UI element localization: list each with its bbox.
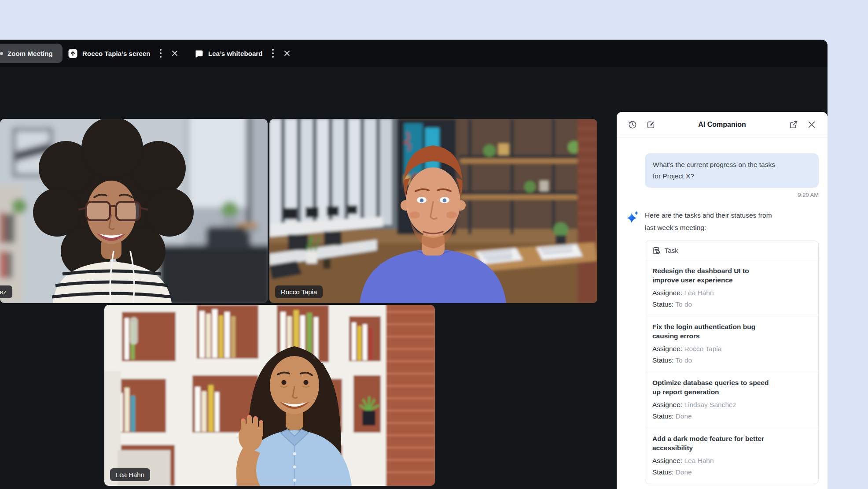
participant-name-tag: Lea Hahn — [110, 468, 150, 481]
new-chat-icon[interactable] — [646, 119, 656, 130]
status-value: To do — [675, 356, 692, 364]
status-value: Done — [676, 412, 692, 420]
screen-share-icon — [68, 49, 77, 58]
pop-out-icon[interactable] — [788, 119, 799, 130]
task-row: Fix the login authentication bug causing… — [645, 316, 818, 372]
zoom-app-window: Zoom Meeting Rocco Tapia’s screen — [0, 40, 828, 489]
assignee-value: Rocco Tapia — [684, 345, 721, 352]
assignee-value: Lea Hahn — [684, 289, 714, 296]
video-tile-lea-hahn[interactable]: Lea Hahn — [104, 305, 435, 486]
video-frame-illustration — [0, 119, 268, 303]
ai-response-text: Here are the tasks and their statuses fr… — [645, 209, 819, 234]
video-tile-rocco-tapia[interactable]: Rocco Tapia — [269, 119, 597, 303]
tab-rocco-screen-label: Rocco Tapia’s screen — [82, 50, 151, 57]
task-list-icon — [652, 246, 661, 255]
tab-zoom-meeting[interactable]: Zoom Meeting — [0, 44, 63, 63]
status-label: Status: — [652, 412, 673, 420]
history-icon[interactable] — [627, 119, 638, 130]
video-frame-illustration — [269, 119, 597, 303]
ai-companion-panel: AI Companion — [617, 112, 828, 489]
task-row: Redesign the dashboard UI to improve use… — [645, 260, 818, 316]
task-card: Task Redesign the dashboard UI to improv… — [645, 241, 819, 484]
task-title: Fix the login authentication bug causing… — [652, 322, 811, 341]
assignee-value: Lindsay Sanchez — [684, 401, 736, 408]
status-label: Status: — [652, 356, 673, 364]
desktop-background: { "tab_bar": { "active_tab": "Zoom Meeti… — [0, 0, 868, 489]
assignee-value: Lea Hahn — [684, 457, 714, 464]
ai-panel-header: AI Companion — [617, 112, 828, 137]
tab-lea-close-icon[interactable] — [281, 48, 293, 59]
video-frame-illustration — [104, 305, 435, 486]
status-value: To do — [675, 300, 692, 308]
tab-rocco-close-icon[interactable] — [169, 48, 180, 59]
participant-name-tag: Rocco Tapia — [275, 285, 323, 298]
meeting-status-dot — [0, 52, 3, 55]
task-title: Add a dark mode feature for better acces… — [652, 434, 811, 452]
task-card-header: Task — [645, 241, 818, 260]
tab-lea-whiteboard-label: Lea’s whiteboard — [208, 50, 263, 57]
status-value: Done — [676, 468, 692, 476]
status-label: Status: — [652, 468, 673, 476]
tab-rocco-screen[interactable]: Rocco Tapia’s screen — [68, 40, 180, 67]
task-row: Optimize database queries to speed up re… — [645, 372, 818, 428]
assignee-label: Assignee: — [652, 289, 682, 296]
participant-name-tag: ez — [0, 285, 12, 298]
user-message-bubble: What’s the current progress on the tasks… — [645, 153, 819, 188]
task-row: Add a dark mode feature for better acces… — [645, 428, 818, 484]
tab-bar: Zoom Meeting Rocco Tapia’s screen — [0, 40, 828, 67]
status-label: Status: — [652, 300, 673, 308]
close-icon[interactable] — [806, 119, 817, 130]
assignee-label: Assignee: — [652, 345, 682, 352]
assignee-label: Assignee: — [652, 457, 682, 464]
tab-rocco-menu-kebab-icon[interactable] — [157, 47, 164, 60]
task-card-header-label: Task — [665, 247, 678, 254]
assignee-label: Assignee: — [652, 401, 682, 408]
task-title: Optimize database queries to speed up re… — [652, 378, 811, 396]
ai-chat-area: What’s the current progress on the tasks… — [617, 137, 828, 489]
video-tile-participant-1[interactable]: ez — [0, 119, 268, 303]
task-title: Redesign the dashboard UI to improve use… — [652, 266, 811, 285]
tab-lea-menu-kebab-icon[interactable] — [269, 47, 276, 60]
ai-companion-sparkle-icon — [626, 210, 640, 223]
whiteboard-icon — [194, 49, 203, 58]
message-timestamp: 9:20 AM — [626, 192, 819, 198]
ai-response: Here are the tasks and their statuses fr… — [626, 209, 819, 489]
tab-zoom-meeting-label: Zoom Meeting — [7, 50, 53, 57]
tab-lea-whiteboard[interactable]: Lea’s whiteboard — [194, 40, 293, 67]
